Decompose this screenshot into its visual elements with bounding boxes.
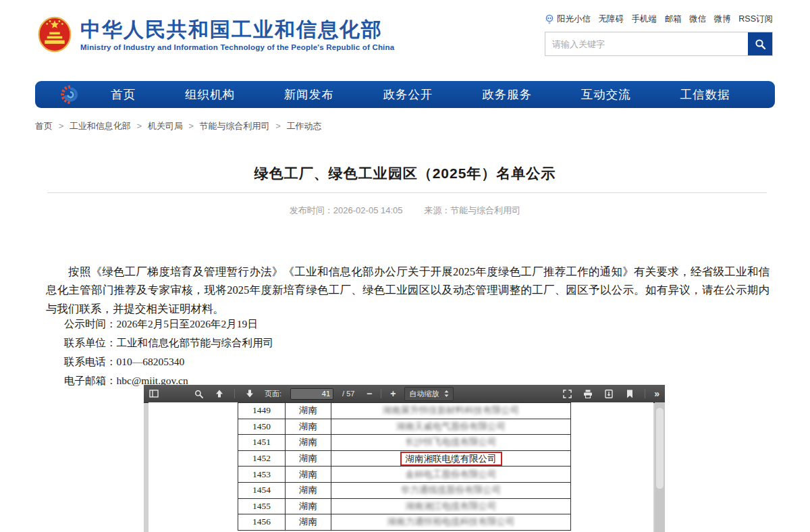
- row-province: 湖南: [286, 435, 331, 451]
- nav-item-organization[interactable]: 组织机构: [185, 86, 235, 103]
- public-notice-period: 公示时间：2026年2月5日至2026年2月19日: [64, 315, 273, 334]
- nav-item-gov-open[interactable]: 政务公开: [383, 86, 433, 103]
- pdf-scrollbar[interactable]: [655, 402, 665, 532]
- row-company-blurred: 长沙恒飞电缆有限公司: [406, 437, 497, 447]
- table-row: 1451 湖南 长沙恒飞电缆有限公司: [238, 435, 571, 451]
- pdf-content: 1449 湖南 湖南展升恒佳新材料科技有限公司 1450 湖南 湖南天威电气股份…: [144, 402, 665, 532]
- pdf-page: 1449 湖南 湖南展升恒佳新材料科技有限公司 1450 湖南 湖南天威电气股份…: [148, 402, 653, 532]
- toolbar-divider: [381, 389, 381, 398]
- search-icon: [755, 38, 766, 50]
- bookmark-icon[interactable]: [624, 388, 636, 400]
- breadcrumb-separator: >: [188, 121, 194, 131]
- contact-unit: 联系单位：工业和信息化部节能与综合利用司: [64, 334, 273, 352]
- search-bar: [545, 32, 773, 56]
- miit-swirl-icon: [61, 85, 80, 104]
- scrollbar-thumb[interactable]: [656, 408, 664, 489]
- divider: [47, 192, 767, 193]
- breadcrumb-energy-dept[interactable]: 节能与综合利用司: [200, 121, 270, 131]
- sunshine-mascot-icon: [545, 14, 554, 25]
- breadcrumb-departments[interactable]: 机关司局: [148, 121, 183, 131]
- nav-item-gov-service[interactable]: 政务服务: [482, 86, 532, 103]
- article-body: 按照《绿色工厂梯度培育及管理暂行办法》《工业和信息化部办公厅关于开展2025年度…: [46, 263, 770, 319]
- nav-item-interaction[interactable]: 互动交流: [581, 86, 631, 103]
- quick-link-sunshine[interactable]: 阳光小信: [545, 14, 591, 25]
- quick-link-weibo[interactable]: 微博: [714, 14, 731, 25]
- row-number: 1449: [238, 403, 286, 419]
- nav-item-home[interactable]: 首页: [111, 86, 136, 103]
- row-province: 湖南: [286, 514, 331, 531]
- search-button[interactable]: [748, 32, 772, 55]
- zoom-mode-select[interactable]: 自动缩放: [404, 387, 454, 401]
- toolbar-divider: [645, 389, 645, 398]
- site-subtitle: Ministry of Industry and Information Tec…: [80, 43, 394, 51]
- pdf-viewer: 页面: / 57 − + 自动缩放: [144, 385, 665, 532]
- green-factory-table: 1449 湖南 湖南展升恒佳新材料科技有限公司 1450 湖南 湖南天威电气股份…: [238, 402, 571, 531]
- find-icon[interactable]: [192, 388, 205, 400]
- previous-page-icon[interactable]: [213, 388, 225, 400]
- row-province: 湖南: [286, 482, 331, 498]
- table-row: 1454 湖南 华力通线缆股份有限公司: [238, 482, 571, 498]
- table-row: 1450 湖南 湖南天威电气股份有限公司: [238, 419, 571, 435]
- row-number: 1452: [238, 450, 286, 467]
- site-title: 中华人民共和国工业和信息化部: [80, 18, 394, 41]
- print-icon[interactable]: [582, 388, 594, 400]
- quick-link-accessibility[interactable]: 无障碍: [599, 14, 624, 25]
- quick-link-mail[interactable]: 邮箱: [665, 14, 682, 25]
- contact-block: 公示时间：2026年2月5日至2026年2月19日 联系单位：工业和信息化部节能…: [64, 315, 273, 390]
- table-row: 1456 湖南 湖南力通恒裕电缆科技有限公司: [238, 514, 571, 531]
- row-number: 1450: [238, 419, 286, 435]
- site-brand: 中华人民共和国工业和信息化部 Ministry of Industry and …: [37, 15, 394, 54]
- quick-link-mobile[interactable]: 手机端: [632, 14, 657, 25]
- row-company-blurred: 湖南湘江电缆有限公司: [406, 501, 497, 511]
- article-meta: 发布时间：2026-02-05 14:05 来源：节能与综合利用司: [0, 205, 810, 217]
- breadcrumb: 首页 > 工业和信息化部 > 机关司局 > 节能与综合利用司 > 工作动态: [35, 120, 321, 132]
- breadcrumb-home[interactable]: 首页: [35, 121, 53, 131]
- row-province: 湖南: [286, 467, 331, 483]
- breadcrumb-separator: >: [136, 121, 142, 131]
- table-row: 1455 湖南 湖南湘江电缆有限公司: [238, 498, 571, 514]
- quick-link-rss[interactable]: RSS订阅: [738, 14, 773, 25]
- row-company-blurred: 华力通线缆股份有限公司: [401, 485, 502, 495]
- row-company-blurred: 湖南展升恒佳新材料科技有限公司: [383, 405, 520, 415]
- quick-link-wechat[interactable]: 微信: [689, 14, 706, 25]
- breadcrumb-work-news[interactable]: 工作动态: [286, 121, 321, 131]
- sidebar-toggle-icon[interactable]: [148, 388, 160, 400]
- table-row: 1453 湖南 金杯电工股份有限公司: [238, 467, 571, 483]
- quick-links: 阳光小信 无障碍 手机端 邮箱 微信 微博 RSS订阅: [545, 14, 773, 25]
- row-number: 1456: [238, 514, 286, 531]
- row-number: 1451: [238, 435, 286, 451]
- breadcrumb-miit[interactable]: 工业和信息化部: [70, 121, 131, 131]
- row-province: 湖南: [286, 403, 331, 419]
- row-province: 湖南: [286, 498, 331, 514]
- row-number: 1454: [238, 482, 286, 498]
- zoom-in-icon[interactable]: +: [390, 388, 396, 399]
- row-number: 1455: [238, 498, 286, 514]
- more-tools-icon[interactable]: »: [654, 388, 659, 399]
- breadcrumb-separator: >: [59, 121, 64, 131]
- page-total: / 57: [342, 390, 354, 398]
- row-number: 1453: [238, 467, 286, 483]
- article-title: 绿色工厂、绿色工业园区（2025年）名单公示: [0, 164, 810, 183]
- select-arrows-icon: [444, 390, 449, 397]
- zoom-out-icon[interactable]: −: [367, 388, 372, 399]
- nav-item-news[interactable]: 新闻发布: [284, 86, 334, 103]
- row-province: 湖南: [286, 419, 331, 435]
- table-row-highlighted: 1452 湖南 湖南湘联电缆有限公司: [238, 450, 571, 467]
- row-company-blurred: 湖南天威电气股份有限公司: [396, 421, 506, 431]
- row-company-blurred: 湖南力通恒裕电缆科技有限公司: [387, 516, 515, 527]
- article-source: 来源：节能与综合利用司: [424, 205, 520, 215]
- next-page-icon[interactable]: [244, 388, 256, 400]
- download-icon[interactable]: [603, 388, 615, 400]
- table-row: 1449 湖南 湖南展升恒佳新材料科技有限公司: [238, 403, 571, 419]
- search-input[interactable]: [545, 32, 748, 55]
- row-province: 湖南: [286, 450, 331, 467]
- highlight-red-box: 湖南湘联电缆有限公司: [400, 452, 502, 466]
- presentation-mode-icon[interactable]: [561, 388, 573, 400]
- publish-time: 发布时间：2026-02-05 14:05: [290, 205, 403, 215]
- pdf-toolbar: 页面: / 57 − + 自动缩放: [144, 385, 665, 403]
- nav-item-data[interactable]: 工信数据: [680, 86, 730, 103]
- main-nav: 首页 组织机构 新闻发布 政务公开 政务服务 互动交流 工信数据: [35, 81, 775, 108]
- page-label: 页面:: [265, 389, 281, 399]
- page-number-input[interactable]: [290, 388, 333, 400]
- breadcrumb-separator: >: [275, 121, 281, 131]
